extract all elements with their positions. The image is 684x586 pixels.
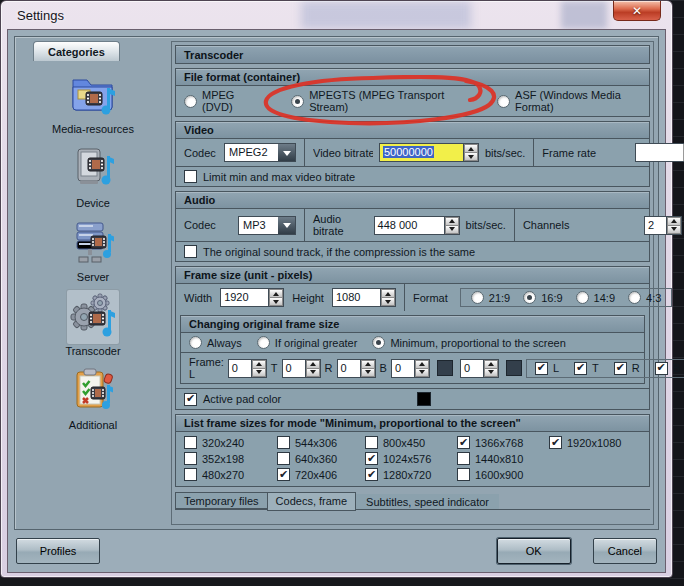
radio-16-9[interactable] (523, 291, 536, 304)
sidebar-item-device[interactable]: Device (19, 142, 167, 209)
radio-option-16-9[interactable]: 16:9 (523, 291, 562, 304)
spin-down-icon[interactable] (269, 298, 283, 306)
frame-size-checkbox[interactable] (457, 436, 470, 449)
radio-mpegts[interactable] (291, 95, 304, 108)
frame-r-value[interactable]: 0 (338, 360, 360, 377)
radio-option-14-9[interactable]: 14:9 (576, 291, 615, 304)
radio-minimum-proportional[interactable] (372, 336, 385, 349)
frame-size-option[interactable]: 480x270 (184, 468, 277, 481)
radio-14-9[interactable] (576, 291, 589, 304)
tab-temporary-files[interactable]: Temporary files (175, 492, 268, 509)
frame-t-value[interactable]: 0 (283, 360, 305, 377)
frame-size-checkbox[interactable] (457, 468, 470, 481)
radio-option-if-original-greater[interactable]: If original greater (257, 336, 358, 349)
frame-size-checkbox[interactable] (457, 452, 470, 465)
spin-up-icon[interactable] (445, 217, 459, 226)
frame-size-checkbox[interactable] (365, 436, 378, 449)
frame-t-spinner[interactable]: 0 (282, 359, 321, 378)
width-value[interactable]: 1920 (221, 289, 268, 306)
frame-size-option[interactable]: 800x450 (365, 436, 457, 449)
frame-size-option[interactable]: 1600x900 (457, 468, 549, 481)
spin-up-icon[interactable] (269, 289, 283, 298)
frame-size-option[interactable]: 1024x576 (365, 452, 457, 465)
frame-size-option[interactable]: 1366x768 (457, 436, 549, 449)
limit-bitrate-checkbox[interactable] (184, 170, 197, 183)
spin-up-icon[interactable] (464, 144, 478, 153)
spin-down-icon[interactable] (361, 369, 375, 377)
video-codec-combo[interactable]: MPEG2 (224, 143, 296, 162)
radio-option-minimum-proportional[interactable]: Minimum, proportional to the screen (372, 336, 565, 349)
frame-size-option[interactable]: 352x198 (184, 452, 277, 465)
frame-extra-spinner[interactable]: 0 (460, 359, 499, 378)
radio-asf[interactable] (497, 95, 510, 108)
audio-codec-combo[interactable]: MP3 (238, 216, 296, 235)
active-pad-checkbox[interactable] (184, 393, 197, 406)
frame-extra-value[interactable]: 0 (461, 360, 483, 377)
radio-21-9[interactable] (471, 291, 484, 304)
audio-bitrate-spinner[interactable]: 448 000 (374, 216, 460, 235)
tab-subtitles-speed[interactable]: Subtitles, speed indicator (355, 494, 499, 509)
height-spinner[interactable]: 1080 (332, 288, 396, 307)
radio-4-3[interactable] (628, 291, 641, 304)
frame-side-t-checkbox[interactable] (574, 362, 587, 375)
spin-down-icon[interactable] (252, 369, 266, 377)
spin-up-icon[interactable] (415, 360, 429, 369)
tab-categories[interactable]: Categories (33, 41, 120, 61)
chevron-down-icon[interactable] (278, 144, 295, 161)
radio-option-4-3[interactable]: 4:3 (628, 291, 661, 304)
tab-codecs-frame[interactable]: Codecs, frame (267, 492, 357, 511)
ok-button[interactable]: OK (497, 538, 571, 564)
original-soundtrack-checkbox[interactable] (184, 245, 197, 258)
check-option-r[interactable]: R (614, 362, 640, 375)
frame-r-spinner[interactable]: 0 (337, 359, 376, 378)
pad-color-swatch[interactable] (417, 392, 431, 406)
radio-option-always[interactable]: Always (189, 336, 242, 349)
frame-size-checkbox[interactable] (184, 452, 197, 465)
frame-size-checkbox[interactable] (277, 436, 290, 449)
frame-size-checkbox[interactable] (184, 468, 197, 481)
frame-side-l-checkbox[interactable] (535, 362, 548, 375)
sidebar-item-server[interactable]: Server (19, 216, 167, 283)
spin-down-icon[interactable] (464, 153, 478, 161)
frame-size-checkbox[interactable] (365, 468, 378, 481)
spin-up-icon[interactable] (252, 360, 266, 369)
profiles-button[interactable]: Profiles (16, 538, 100, 564)
check-option-b[interactable]: B (655, 362, 680, 375)
titlebar[interactable]: Settings ✕ (1, 1, 672, 29)
channels-spinner[interactable]: 2 (644, 216, 682, 235)
radio-if-original-greater[interactable] (257, 336, 270, 349)
frame-color-swatch-2[interactable] (506, 360, 522, 376)
video-bitrate-value[interactable]: 50000000 (383, 146, 434, 158)
video-bitrate-spinner[interactable]: 50000000 (379, 143, 479, 162)
frame-side-r-checkbox[interactable] (614, 362, 627, 375)
spin-down-icon[interactable] (306, 369, 320, 377)
frame-size-option[interactable]: 640x360 (277, 452, 365, 465)
frame-size-option[interactable]: 544x306 (277, 436, 365, 449)
spin-up-icon[interactable] (667, 217, 681, 226)
spin-up-icon[interactable] (484, 360, 498, 369)
spin-up-icon[interactable] (381, 289, 395, 298)
radio-option-mpeg-dvd[interactable]: MPEG (DVD) (184, 89, 257, 113)
frame-size-option[interactable]: 320x240 (184, 436, 277, 449)
width-spinner[interactable]: 1920 (220, 288, 284, 307)
spin-down-icon[interactable] (484, 369, 498, 377)
spin-up-icon[interactable] (306, 360, 320, 369)
frame-size-option[interactable]: 720x406 (277, 468, 365, 481)
radio-option-asf[interactable]: ASF (Windows Media Format) (497, 89, 641, 113)
radio-option-mpegts[interactable]: MPEGTS (MPEG Transport Stream) (291, 89, 461, 113)
frame-size-checkbox[interactable] (277, 452, 290, 465)
audio-bitrate-value[interactable]: 448 000 (375, 217, 444, 234)
frame-size-checkbox[interactable] (365, 452, 378, 465)
frame-color-swatch[interactable] (437, 360, 453, 376)
frame-side-b-checkbox[interactable] (655, 362, 668, 375)
spin-down-icon[interactable] (415, 369, 429, 377)
spin-up-icon[interactable] (361, 360, 375, 369)
sidebar-item-transcoder[interactable]: Transcoder (19, 290, 167, 357)
frame-size-checkbox[interactable] (184, 436, 197, 449)
check-option-t[interactable]: T (574, 362, 599, 375)
sidebar-item-additional[interactable]: Additional (19, 364, 167, 431)
frame-size-checkbox[interactable] (549, 436, 562, 449)
frame-size-option[interactable]: 1280x720 (365, 468, 457, 481)
sidebar-item-media-resources[interactable]: Media-resources (19, 68, 167, 135)
spin-down-icon[interactable] (381, 298, 395, 306)
